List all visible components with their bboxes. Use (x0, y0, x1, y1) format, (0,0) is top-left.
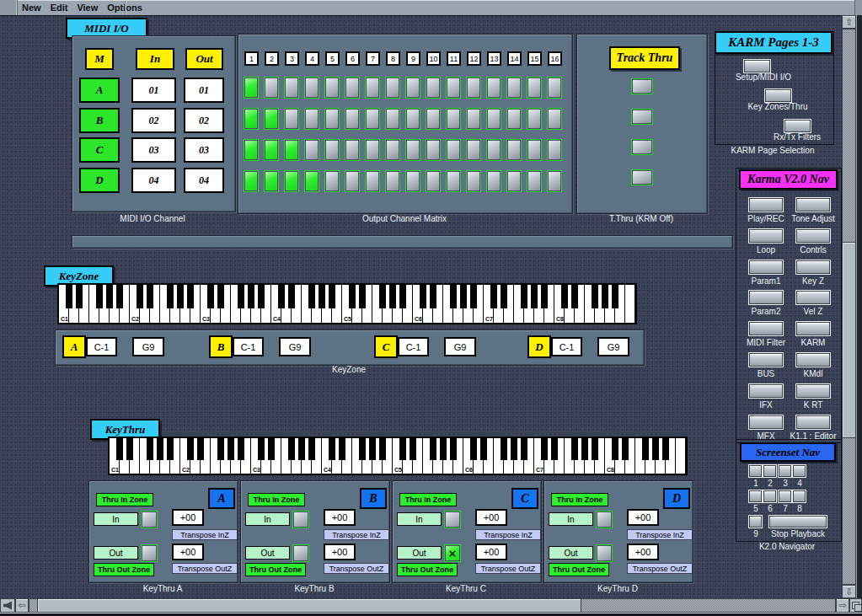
karma-nav-button-karm[interactable] (796, 322, 830, 335)
black-key[interactable] (612, 438, 618, 460)
black-key[interactable] (379, 438, 386, 460)
black-key[interactable] (217, 285, 224, 308)
black-key[interactable] (157, 438, 163, 460)
matrix-toggle-r2-c6[interactable] (345, 108, 360, 130)
karma-nav-button-play-rec[interactable] (749, 198, 783, 212)
black-key[interactable] (137, 285, 143, 308)
in-thru-toggle-d[interactable] (596, 511, 613, 528)
karma-nav-button-vel-z[interactable] (796, 291, 830, 304)
matrix-toggle-r4-c1[interactable] (244, 170, 259, 192)
black-key[interactable] (319, 285, 325, 308)
karma-nav-button-ifx[interactable] (749, 384, 783, 398)
matrix-toggle-r4-c7[interactable] (365, 170, 380, 192)
screenset-button-4[interactable] (793, 465, 806, 477)
screenset-button-9[interactable] (749, 516, 762, 528)
matrix-toggle-r2-c11[interactable] (446, 108, 461, 130)
black-key[interactable] (470, 438, 477, 460)
black-key[interactable] (116, 285, 123, 308)
black-key[interactable] (126, 438, 133, 460)
scroll-right-button[interactable]: ⇨ (836, 598, 849, 613)
matrix-toggle-r3-c13[interactable] (486, 139, 501, 161)
matrix-toggle-r3-c2[interactable] (264, 139, 279, 161)
karm-page-button-3[interactable] (784, 120, 811, 132)
matrix-toggle-r2-c13[interactable] (486, 108, 501, 130)
black-key[interactable] (217, 438, 224, 460)
white-key[interactable] (676, 438, 686, 474)
matrix-toggle-r2-c2[interactable] (264, 108, 279, 130)
matrix-toggle-r1-c7[interactable] (365, 77, 380, 99)
keyzone-low-a[interactable]: C-1 (86, 337, 117, 356)
matrix-toggle-r2-c8[interactable] (385, 108, 400, 130)
matrix-toggle-r4-c2[interactable] (264, 170, 279, 192)
black-key[interactable] (470, 285, 477, 308)
screenset-button-1[interactable] (749, 465, 762, 477)
matrix-toggle-r1-c15[interactable] (527, 77, 542, 99)
track-thru-toggle-1[interactable] (631, 78, 653, 94)
matrix-toggle-r2-c9[interactable] (405, 108, 420, 130)
in-thru-toggle-c[interactable] (444, 511, 461, 528)
matrix-toggle-r1-c2[interactable] (264, 77, 279, 99)
horizontal-scroll-thumb[interactable] (37, 598, 581, 613)
matrix-toggle-r4-c6[interactable] (345, 170, 360, 192)
black-key[interactable] (268, 438, 275, 460)
matrix-toggle-r4-c9[interactable] (405, 170, 420, 192)
black-key[interactable] (147, 285, 153, 308)
matrix-toggle-r4-c5[interactable] (324, 170, 340, 192)
matrix-toggle-r3-c15[interactable] (527, 139, 542, 161)
transpose-out-value-c[interactable]: +00 (475, 544, 507, 560)
transpose-out-value-b[interactable]: +00 (324, 544, 356, 560)
black-key[interactable] (592, 438, 598, 460)
track-thru-toggle-2[interactable] (631, 109, 653, 125)
matrix-toggle-r3-c10[interactable] (426, 139, 441, 161)
midi-in-channel-b[interactable]: 02 (131, 108, 176, 133)
matrix-toggle-r2-c3[interactable] (284, 108, 299, 130)
keyzone-high-c[interactable]: G9 (444, 337, 476, 356)
black-key[interactable] (571, 438, 578, 460)
transpose-in-value-c[interactable]: +00 (475, 509, 507, 526)
matrix-toggle-r3-c7[interactable] (365, 139, 380, 161)
matrix-toggle-r3-c3[interactable] (284, 139, 299, 161)
menu-item-new[interactable]: New (22, 3, 41, 13)
black-key[interactable] (329, 285, 335, 308)
matrix-toggle-r4-c14[interactable] (506, 170, 522, 192)
karma-nav-button-mfx[interactable] (749, 415, 783, 429)
black-key[interactable] (551, 438, 558, 460)
matrix-toggle-r2-c10[interactable] (426, 108, 441, 130)
black-key[interactable] (480, 438, 487, 460)
matrix-toggle-r4-c12[interactable] (466, 170, 481, 192)
black-key[interactable] (238, 285, 244, 308)
matrix-toggle-r3-c8[interactable] (385, 139, 400, 161)
black-key[interactable] (147, 438, 153, 460)
screenset-button-7[interactable] (779, 490, 791, 502)
keyzone-high-a[interactable]: G9 (132, 337, 164, 356)
black-key[interactable] (450, 438, 457, 460)
transpose-in-value-d[interactable]: +00 (627, 509, 659, 526)
black-key[interactable] (521, 438, 527, 460)
matrix-toggle-r1-c4[interactable] (304, 77, 319, 99)
black-key[interactable] (207, 285, 214, 308)
matrix-toggle-r4-c13[interactable] (486, 170, 501, 192)
midi-in-channel-a[interactable]: 01 (131, 78, 176, 103)
matrix-toggle-r1-c13[interactable] (486, 77, 501, 99)
transpose-in-value-a[interactable]: +00 (172, 509, 204, 526)
window-resize-grip[interactable] (849, 598, 862, 613)
white-key[interactable] (625, 285, 635, 323)
midi-out-channel-b[interactable]: 02 (184, 108, 224, 133)
black-key[interactable] (430, 438, 436, 460)
karma-nav-button-loop[interactable] (749, 229, 783, 243)
black-key[interactable] (511, 438, 517, 460)
black-key[interactable] (177, 285, 184, 308)
matrix-toggle-r1-c5[interactable] (324, 77, 340, 99)
matrix-toggle-r3-c12[interactable] (466, 139, 481, 161)
matrix-toggle-r3-c4[interactable] (304, 139, 319, 161)
black-key[interactable] (349, 285, 356, 308)
screenset-button-6[interactable] (763, 490, 776, 502)
midi-out-channel-c[interactable]: 03 (184, 137, 224, 163)
matrix-toggle-r1-c3[interactable] (284, 77, 299, 99)
matrix-toggle-r3-c9[interactable] (405, 139, 420, 161)
midi-out-channel-a[interactable]: 01 (184, 78, 224, 103)
black-key[interactable] (66, 285, 72, 308)
black-key[interactable] (298, 438, 305, 460)
matrix-toggle-r4-c10[interactable] (426, 170, 441, 192)
matrix-toggle-r3-c5[interactable] (324, 139, 340, 161)
